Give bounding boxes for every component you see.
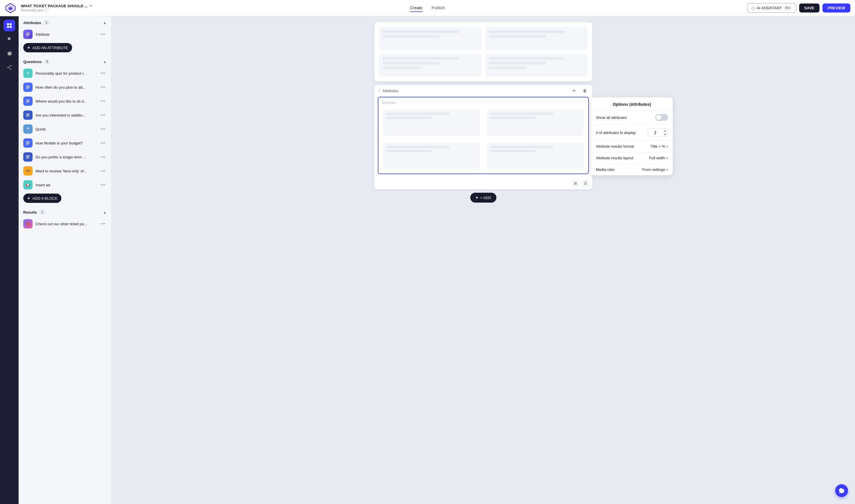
question-icon-2 — [23, 96, 33, 106]
app-logo-icon — [5, 2, 16, 14]
sidebar-icon-settings[interactable] — [3, 48, 15, 59]
question-label-4: Quote — [35, 127, 97, 131]
attribute-cards-grid: Attributes — [378, 97, 588, 174]
num-arrows: ▲ ▼ — [662, 129, 668, 136]
attributes-watermark: Attributes — [381, 100, 482, 105]
results-format-dropdown[interactable]: Title + % ▾ — [650, 144, 668, 148]
question-more-6[interactable]: ••• — [100, 154, 107, 160]
question-more-8[interactable]: ••• — [100, 182, 107, 188]
question-more-2[interactable]: ••• — [100, 98, 107, 104]
chat-bubble-button[interactable] — [835, 484, 848, 497]
attribute-item[interactable]: Attribute ••• — [19, 27, 111, 41]
attribute-more-btn[interactable]: ••• — [100, 31, 107, 37]
svg-rect-13 — [26, 86, 30, 86]
left-panel: Attributes 1 ▲ Attribute ••• + ADD AN AT… — [19, 16, 112, 504]
attr-preview-card-4 — [487, 143, 584, 169]
media-ratio-value: From settings — [642, 167, 665, 172]
attr-preview-card-1 — [383, 110, 480, 136]
result-item[interactable]: 🔖 Check out our other ticket pa... ••• — [19, 217, 111, 231]
logo-area — [5, 2, 16, 14]
chat-icon — [838, 487, 845, 494]
question-more-7[interactable]: ••• — [100, 168, 107, 174]
svg-rect-24 — [26, 144, 29, 144]
attr-preview-card-3 — [383, 143, 480, 169]
svg-rect-18 — [26, 102, 29, 103]
results-label: Results — [23, 210, 37, 215]
attribute-label: Attribute — [35, 32, 97, 37]
selected-attributes-block[interactable]: Attributes — [378, 97, 589, 174]
results-chevron[interactable]: ▲ — [103, 210, 107, 215]
num-decrement-button[interactable]: ▼ — [662, 132, 668, 136]
svg-point-9 — [7, 67, 8, 68]
attributes-chevron[interactable]: ▲ — [103, 20, 107, 25]
svg-rect-22 — [26, 142, 30, 142]
question-more-1[interactable]: ••• — [100, 84, 107, 90]
add-canvas-block-button[interactable]: + + ADD — [470, 193, 496, 203]
scroll-list-icon[interactable]: ☰ — [581, 179, 590, 187]
media-ratio-label: Media ratio — [596, 167, 614, 172]
delete-block-button[interactable]: 🗑 — [581, 87, 589, 95]
ai-assistant-button[interactable]: ◇ AI ASSISTANT ⌘K — [747, 3, 796, 13]
question-more-4[interactable]: ••• — [100, 126, 107, 132]
preview-button[interactable]: PREVIEW — [822, 3, 850, 13]
edit-block-button[interactable]: ✏ — [570, 87, 578, 95]
tab-create[interactable]: Create — [410, 4, 422, 12]
save-button[interactable]: SAVE — [799, 3, 820, 13]
add-block-button[interactable]: + ADD A BLOCK — [23, 194, 62, 203]
svg-rect-10 — [26, 33, 30, 33]
sidebar-icon-grid[interactable] — [3, 20, 15, 31]
question-more-3[interactable]: ••• — [100, 112, 107, 118]
question-label-5: How flexible is your budget? — [35, 141, 97, 145]
tab-publish[interactable]: Publish — [432, 4, 445, 12]
result-more-btn[interactable]: ••• — [100, 221, 107, 227]
question-label-2: Where would you like to sit d... — [35, 99, 97, 104]
questions-chevron[interactable]: ▲ — [103, 59, 107, 64]
num-attrs-input[interactable] — [648, 128, 662, 137]
question-icon-3 — [23, 110, 33, 120]
question-label-1: How often do you plan to att... — [35, 85, 97, 90]
result-item-icon: 🔖 — [23, 219, 33, 229]
questions-label: Questions — [23, 59, 42, 64]
question-more-5[interactable]: ••• — [100, 140, 107, 146]
media-ratio-row: Media ratio From settings ▾ — [591, 164, 673, 175]
skeleton-card — [485, 53, 588, 77]
scroll-grid-icon[interactable]: ⊞ — [572, 179, 580, 187]
list-item[interactable]: ❝ Quote ••• — [19, 122, 111, 136]
list-item[interactable]: How often do you plan to att... ••• — [19, 80, 111, 94]
list-item[interactable]: How flexible is your budget? ••• — [19, 136, 111, 150]
page-title: WHAT TICKET PACKAGE SHOULD ... ✏ — [21, 4, 747, 8]
list-item[interactable]: 🏷 Want to receive 'fans-only' of... ••• — [19, 164, 111, 178]
block-label: Attributes — [382, 89, 398, 93]
num-increment-button[interactable]: ▲ — [662, 129, 668, 132]
show-all-toggle[interactable] — [655, 114, 668, 121]
results-layout-dropdown[interactable]: Full width ▾ — [649, 156, 668, 160]
block-header: ⠿ Attributes ✏ 🗑 — [374, 85, 592, 97]
add-canvas-plus-icon: + — [475, 195, 478, 200]
list-item[interactable]: Are you interested in additio... ••• — [19, 108, 111, 122]
info-icon[interactable]: i — [45, 8, 49, 12]
ai-btn-label: AI ASSISTANT — [757, 6, 782, 10]
list-item[interactable]: Do you prefer a longer-term ... ••• — [19, 150, 111, 164]
num-attrs-label: # of attributes to display — [596, 130, 636, 135]
sidebar-icon-flag[interactable] — [3, 34, 15, 46]
list-item[interactable]: Where would you like to sit d... ••• — [19, 94, 111, 108]
list-item[interactable]: 📢 Insert ad ••• — [19, 178, 111, 192]
edit-title-icon[interactable]: ✏ — [89, 4, 92, 8]
drag-handle-icon[interactable]: ⠿ — [378, 88, 381, 93]
svg-rect-20 — [26, 115, 30, 115]
add-canvas-label: + ADD — [480, 196, 491, 200]
question-more-0[interactable]: ••• — [100, 70, 107, 76]
add-attr-plus-icon: + — [27, 45, 30, 50]
question-icon-6 — [23, 152, 33, 162]
main-layout: Attributes 1 ▲ Attribute ••• + ADD AN AT… — [0, 16, 855, 504]
skeleton-card — [379, 53, 482, 77]
sidebar-icon-share[interactable] — [3, 61, 15, 73]
question-icon-7: 🏷 — [23, 166, 33, 176]
question-icon-1 — [23, 83, 33, 92]
show-all-attrs-row: Show all attributes — [591, 110, 673, 125]
add-attribute-button[interactable]: + ADD AN ATTRIBUTE — [23, 43, 72, 52]
list-item[interactable]: T Personality quiz for product r... ••• — [19, 66, 111, 80]
svg-rect-14 — [26, 87, 30, 88]
results-count: 1 — [39, 210, 46, 215]
media-ratio-dropdown[interactable]: From settings ▾ — [642, 167, 668, 172]
